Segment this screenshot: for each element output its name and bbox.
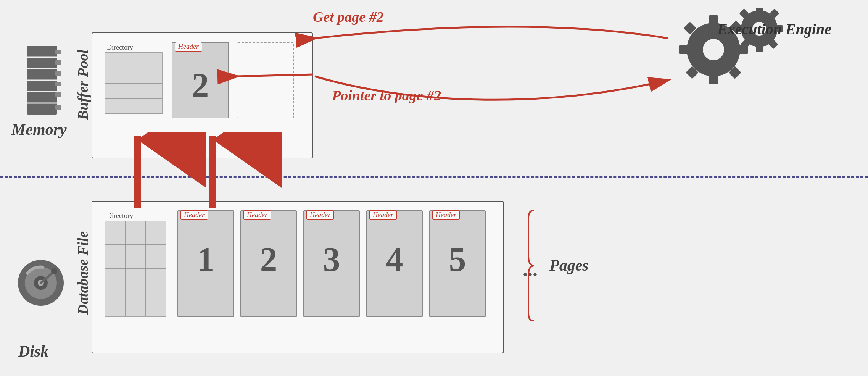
- db-page4-number: 4: [367, 240, 422, 279]
- pages-label: Pages: [549, 256, 589, 274]
- db-page5-number: 5: [430, 240, 485, 279]
- directory-table-bottom: Directory: [103, 210, 170, 328]
- db-page-1: Header 1: [177, 210, 234, 317]
- db-page-3: Header 3: [303, 210, 360, 317]
- svg-rect-48: [105, 221, 166, 316]
- db-page-2: Header 2: [240, 210, 297, 317]
- db-page2-number: 2: [241, 240, 296, 279]
- dbfile-label: Database File: [74, 231, 91, 315]
- directory-bottom: Directory: [103, 210, 170, 329]
- db-page1-number: 1: [178, 240, 233, 279]
- disk-label: Disk: [18, 342, 48, 360]
- svg-point-46: [51, 268, 57, 274]
- db-page2-header: Header: [243, 210, 271, 220]
- db-page4-header: Header: [369, 210, 397, 220]
- db-page3-header: Header: [306, 210, 334, 220]
- bottom-half: Disk Database File Directory Header 1 He…: [0, 182, 868, 376]
- disk-icon: [16, 258, 66, 308]
- db-page3-number: 3: [304, 240, 359, 279]
- db-page1-header: Header: [180, 210, 208, 220]
- db-page-5: Header 5: [429, 210, 486, 317]
- svg-text:Directory: Directory: [107, 212, 133, 219]
- up-arrows: [0, 132, 343, 208]
- db-page-4: Header 4: [366, 210, 423, 317]
- db-page5-header: Header: [432, 210, 460, 220]
